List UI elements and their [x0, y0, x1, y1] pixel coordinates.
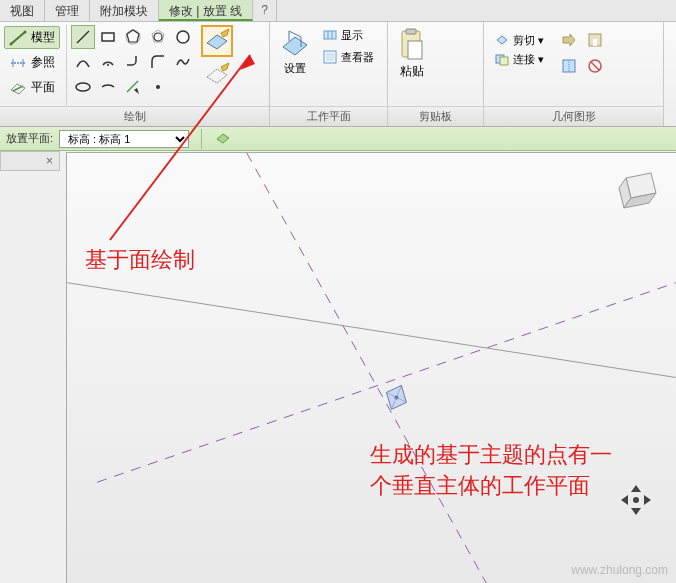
tab-addins[interactable]: 附加模块: [90, 0, 159, 21]
nav-pan-control[interactable]: [616, 480, 656, 523]
svg-rect-16: [408, 41, 422, 59]
tool-circle[interactable]: [171, 25, 195, 49]
wall-opening-button[interactable]: [584, 29, 606, 51]
paste-label: 粘贴: [400, 63, 424, 80]
draw-tools-grid: [71, 25, 195, 106]
panel-geometry-label: 几何图形: [484, 106, 663, 126]
reference-line-icon: [9, 55, 27, 71]
cope-button[interactable]: [558, 29, 580, 51]
tool-pick-lines[interactable]: [121, 75, 145, 99]
panel-geometry: 剪切 ▾ 连接 ▾ 几何图形: [484, 22, 664, 126]
paste-icon: [398, 27, 426, 63]
show-icon: [322, 27, 338, 43]
watermark: www.zhulong.com: [571, 563, 668, 577]
line-mode-group: 模型 参照 平面: [4, 25, 67, 106]
workplane-viewer-button[interactable]: 查看器: [318, 47, 378, 67]
divider: [201, 129, 202, 149]
tool-circumscribed-polygon[interactable]: [146, 25, 170, 49]
svg-point-8: [156, 85, 160, 89]
svg-point-31: [633, 497, 639, 503]
svg-point-7: [76, 83, 90, 91]
set-workplane-icon: [279, 27, 311, 59]
svg-point-4: [154, 33, 162, 41]
svg-point-1: [24, 30, 27, 33]
draw-on-face-icon: [203, 27, 231, 55]
mode-reference-line[interactable]: 参照: [4, 51, 60, 74]
set-label: 设置: [284, 61, 306, 76]
tab-modify-place-line[interactable]: 修改 | 放置 线: [159, 0, 253, 21]
workplane-small-icon: [214, 128, 232, 146]
tool-inscribed-polygon[interactable]: [121, 25, 145, 49]
ribbon-tabs: 视图 管理 附加模块 修改 | 放置 线 ?: [0, 0, 676, 22]
tab-manage[interactable]: 管理: [45, 0, 90, 21]
split-face-button[interactable]: [558, 55, 580, 77]
svg-line-25: [67, 283, 676, 378]
tool-fillet-arc[interactable]: [146, 50, 170, 74]
workplane-viewer-toggle[interactable]: [214, 128, 232, 149]
model-line-icon: [9, 30, 27, 46]
tool-partial-ellipse[interactable]: [96, 75, 120, 99]
svg-rect-9: [324, 31, 336, 39]
mode-reference-label: 参照: [31, 54, 55, 71]
draw-on-face-button[interactable]: [201, 25, 233, 57]
show-label: 显示: [341, 28, 363, 43]
svg-rect-15: [406, 29, 416, 34]
close-icon: ×: [46, 154, 53, 168]
panel-workplane-label: 工作平面: [270, 106, 387, 126]
svg-point-5: [177, 31, 189, 43]
svg-line-27: [97, 283, 676, 483]
set-workplane-button[interactable]: 设置: [274, 25, 316, 78]
tool-ellipse[interactable]: [71, 75, 95, 99]
join-icon: [494, 51, 510, 67]
svg-rect-13: [326, 53, 334, 61]
placement-plane-label: 放置平面:: [6, 131, 53, 146]
options-bar: 放置平面: 标高 : 标高 1: [0, 127, 676, 151]
join-geometry-button[interactable]: 连接 ▾: [492, 50, 546, 68]
tool-line[interactable]: [71, 25, 95, 49]
svg-rect-18: [500, 57, 508, 65]
viewport[interactable]: [66, 152, 676, 583]
placement-plane-select[interactable]: 标高 : 标高 1: [59, 130, 189, 148]
paste-button[interactable]: 粘贴: [392, 25, 432, 82]
mode-plane-label: 平面: [31, 79, 55, 96]
dropdown-arrow-icon: ▾: [538, 53, 544, 66]
mode-plane-line[interactable]: 平面: [4, 76, 60, 99]
cut-label: 剪切: [513, 33, 535, 48]
svg-rect-2: [102, 33, 114, 41]
tool-spline[interactable]: [171, 50, 195, 74]
cut-icon: [494, 32, 510, 48]
demolish-button[interactable]: [584, 55, 606, 77]
svg-point-30: [394, 395, 398, 399]
dropdown-arrow-icon: ▾: [538, 34, 544, 47]
svg-point-0: [10, 42, 13, 45]
viewer-icon: [322, 49, 338, 65]
tool-point[interactable]: [146, 75, 170, 99]
tool-arc-center[interactable]: [96, 50, 120, 74]
tool-arc-tangent[interactable]: [121, 50, 145, 74]
panel-clipboard-label: 剪贴板: [388, 106, 483, 126]
svg-rect-22: [593, 39, 597, 46]
tool-rectangle[interactable]: [96, 25, 120, 49]
tool-arc-start-end[interactable]: [71, 50, 95, 74]
mode-model-label: 模型: [31, 29, 55, 46]
svg-point-6: [107, 64, 109, 66]
view-tab-close[interactable]: ×: [0, 151, 60, 171]
draw-on-workplane-icon: [203, 61, 231, 89]
svg-line-24: [591, 62, 599, 70]
view-cube[interactable]: [606, 163, 666, 223]
panel-workplane: 设置 显示 查看器 工作平面: [270, 22, 388, 126]
panel-draw: 模型 参照 平面: [0, 22, 270, 126]
join-label: 连接: [513, 52, 535, 67]
draw-on-workplane-button[interactable]: [201, 59, 233, 91]
ribbon: 模型 参照 平面: [0, 22, 676, 127]
show-workplane-button[interactable]: 显示: [318, 25, 378, 45]
face-tools: [201, 25, 233, 106]
panel-clipboard: 粘贴 剪贴板: [388, 22, 484, 126]
help-icon[interactable]: ?: [253, 0, 277, 21]
cut-geometry-button[interactable]: 剪切 ▾: [492, 31, 546, 49]
tab-view[interactable]: 视图: [0, 0, 45, 21]
mode-model-line[interactable]: 模型: [4, 26, 60, 49]
plane-line-icon: [9, 80, 27, 96]
viewer-label: 查看器: [341, 50, 374, 65]
svg-line-26: [247, 153, 486, 583]
